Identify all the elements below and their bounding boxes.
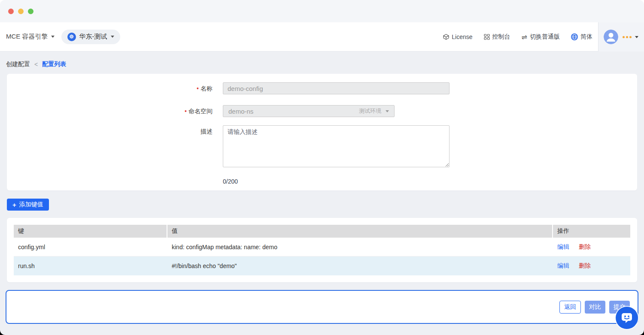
user-menu[interactable] bbox=[598, 22, 644, 51]
edit-link[interactable]: 编辑 bbox=[557, 243, 569, 250]
nav-switch-version[interactable]: ⇌ 切换普通版 bbox=[522, 33, 560, 41]
column-header-value: 值 bbox=[167, 225, 553, 238]
chevron-down-icon bbox=[635, 36, 638, 38]
column-header-actions: 操作 bbox=[553, 225, 630, 238]
breadcrumb-current: 创建配置 bbox=[6, 60, 30, 68]
product-switcher[interactable]: MCE 容器引擎 bbox=[6, 33, 55, 41]
namespace-value: demo-ns bbox=[228, 108, 359, 115]
nav-language[interactable]: 简体 bbox=[571, 33, 592, 41]
add-key-value-button[interactable]: + 添加键值 bbox=[7, 199, 49, 211]
breadcrumb: 创建配置 < 配置列表 bbox=[6, 60, 637, 69]
chevron-down-icon bbox=[386, 110, 389, 112]
more-dots-icon bbox=[623, 36, 632, 38]
compare-button[interactable]: 对比 bbox=[585, 301, 605, 314]
required-asterisk: • bbox=[197, 85, 199, 92]
user-icon bbox=[604, 30, 618, 44]
nav-switch-version-label: 切换普通版 bbox=[530, 33, 560, 41]
page-content: 创建配置 < 配置列表 •名称 •命名空间 demo-ns 测试环境 描述 bbox=[0, 51, 644, 324]
chevron-down-icon bbox=[111, 36, 114, 38]
nav-language-label: 简体 bbox=[580, 33, 592, 41]
key-value-table-card: 键 值 操作 config.yml kind: configMap metada… bbox=[7, 218, 637, 282]
app-window: MCE 容器引擎 ☸ 华东-测试 License 控制台 ⇌ 切换普通版 bbox=[0, 0, 644, 335]
globe-icon bbox=[571, 33, 578, 40]
char-counter: 0/200 bbox=[223, 178, 637, 185]
description-label: 描述 bbox=[7, 125, 223, 167]
app-header: MCE 容器引擎 ☸ 华东-测试 License 控制台 ⇌ 切换普通版 bbox=[0, 22, 644, 51]
header-left: MCE 容器引擎 ☸ 华东-测试 bbox=[0, 30, 120, 44]
cell-value: kind: configMap metadata: name: demo bbox=[167, 244, 553, 250]
window-controls bbox=[8, 9, 33, 14]
namespace-label: •命名空间 bbox=[7, 105, 223, 117]
cluster-selector[interactable]: ☸ 华东-测试 bbox=[61, 30, 120, 44]
table-row: run.sh #!/bin/bash echo "demo" 编辑 删除 bbox=[14, 257, 630, 275]
close-window-button[interactable] bbox=[8, 9, 14, 14]
nav-license-label: License bbox=[452, 33, 472, 40]
minimize-window-button[interactable] bbox=[18, 9, 24, 14]
avatar bbox=[604, 30, 618, 44]
chevron-down-icon bbox=[51, 36, 55, 38]
cube-icon bbox=[443, 34, 449, 40]
form-row-name: •名称 bbox=[7, 82, 637, 94]
required-asterisk: • bbox=[185, 108, 187, 115]
product-title: MCE 容器引擎 bbox=[6, 33, 48, 41]
edit-link[interactable]: 编辑 bbox=[557, 262, 569, 269]
kubernetes-icon: ☸ bbox=[67, 33, 76, 41]
cell-key: config.yml bbox=[14, 244, 167, 250]
cell-actions: 编辑 删除 bbox=[553, 262, 630, 270]
namespace-select[interactable]: demo-ns 测试环境 bbox=[223, 105, 395, 117]
nav-console-label: 控制台 bbox=[492, 33, 510, 41]
cell-actions: 编辑 删除 bbox=[553, 243, 630, 251]
cell-key: run.sh bbox=[14, 263, 167, 269]
breadcrumb-link-config-list[interactable]: 配置列表 bbox=[42, 60, 66, 68]
add-key-value-label: 添加键值 bbox=[19, 201, 43, 208]
support-chat-button[interactable] bbox=[616, 307, 638, 329]
delete-link[interactable]: 删除 bbox=[579, 243, 591, 250]
action-footer: 返回 对比 提交 bbox=[6, 290, 638, 324]
table-header-row: 键 值 操作 bbox=[14, 225, 630, 238]
titlebar bbox=[0, 0, 644, 22]
chat-smiley-icon bbox=[620, 311, 633, 324]
form-row-namespace: •命名空间 demo-ns 测试环境 bbox=[7, 105, 637, 117]
name-label: •名称 bbox=[7, 82, 223, 94]
cell-value: #!/bin/bash echo "demo" bbox=[167, 263, 553, 269]
name-input[interactable] bbox=[223, 82, 450, 94]
zoom-window-button[interactable] bbox=[28, 9, 33, 14]
header-nav: License 控制台 ⇌ 切换普通版 简体 bbox=[443, 22, 592, 51]
plus-icon: + bbox=[12, 202, 16, 208]
config-form-card: •名称 •命名空间 demo-ns 测试环境 描述 0/200 bbox=[7, 74, 637, 190]
nav-license[interactable]: License bbox=[443, 33, 472, 40]
nav-console[interactable]: 控制台 bbox=[484, 33, 510, 41]
environment-tag: 测试环境 bbox=[359, 107, 381, 115]
description-textarea[interactable] bbox=[223, 125, 450, 167]
form-row-description: 描述 bbox=[7, 125, 637, 167]
breadcrumb-separator: < bbox=[34, 61, 38, 68]
key-value-table: 键 值 操作 config.yml kind: configMap metada… bbox=[14, 225, 630, 275]
table-row: config.yml kind: configMap metadata: nam… bbox=[14, 238, 630, 257]
swap-arrows-icon: ⇌ bbox=[522, 33, 527, 41]
grid-icon bbox=[484, 34, 490, 40]
cluster-name: 华东-测试 bbox=[79, 33, 107, 41]
back-button[interactable]: 返回 bbox=[559, 301, 581, 314]
delete-link[interactable]: 删除 bbox=[579, 262, 591, 269]
column-header-key: 键 bbox=[14, 225, 167, 238]
